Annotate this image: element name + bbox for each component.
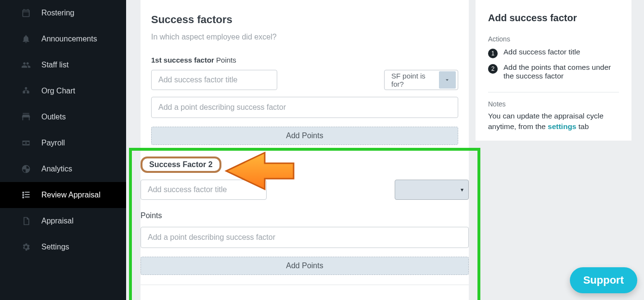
sidebar-item-label: Staff list: [41, 61, 69, 69]
divider: [141, 285, 469, 285]
sidebar-item-review-appraisal[interactable]: Review Appraisal: [0, 182, 126, 208]
sf2-badge: Success Factor 2: [141, 157, 221, 173]
help-title: Add success factor: [488, 13, 619, 24]
sf1-title-input[interactable]: [151, 70, 277, 90]
store-icon: [19, 112, 33, 122]
sidebar-item-settings[interactable]: Settings: [0, 234, 126, 260]
action-text: Add the points that comes under the succ…: [503, 63, 619, 80]
review-icon: [19, 190, 33, 200]
sf2-highlight-box: Success Factor 2 Points Add Points Add S…: [129, 148, 480, 300]
sf2-dropdown[interactable]: [395, 180, 469, 200]
sidebar-item-label: Analytics: [41, 165, 72, 173]
actions-label: Actions: [488, 35, 619, 43]
sidebar-item-rostering[interactable]: Rostering: [0, 0, 126, 26]
doc-icon: [19, 216, 33, 226]
sidebar: Rostering Announcements Staff list Org C…: [0, 0, 126, 300]
sidebar-item-label: Review Appraisal: [41, 191, 101, 199]
step-1-badge: 1: [488, 49, 498, 58]
help-panel: Add success factor Actions 1 Add success…: [476, 0, 631, 141]
calendar-icon: [19, 8, 33, 18]
sf1-label: 1st success factor Points: [151, 56, 458, 64]
step-2-badge: 2: [488, 64, 498, 74]
bell-icon: [19, 34, 33, 44]
hierarchy-icon: [19, 86, 33, 96]
divider: [488, 92, 619, 92]
sidebar-item-outlets[interactable]: Outlets: [0, 104, 126, 130]
sf2-add-points-button[interactable]: Add Points: [141, 257, 469, 275]
section-subtitle: In which aspect employee did excel?: [151, 33, 458, 41]
sf2-points-label: Points: [141, 211, 469, 220]
dropdown-label: SF point is for?: [391, 72, 439, 88]
sf1-point-input[interactable]: [151, 97, 458, 118]
sidebar-item-label: Org Chart: [41, 87, 75, 95]
support-button[interactable]: Support: [570, 267, 637, 293]
action-row-2: 2 Add the points that comes under the su…: [488, 63, 619, 80]
notes-body: You can update the appraisal cycle anyti…: [488, 111, 619, 132]
sidebar-item-org-chart[interactable]: Org Chart: [0, 78, 126, 104]
sidebar-item-label: Outlets: [41, 113, 66, 121]
action-text: Add success factor title: [503, 48, 580, 56]
sidebar-item-staff-list[interactable]: Staff list: [0, 52, 126, 78]
sf2-title-input[interactable]: [141, 180, 267, 200]
sf1-point-for-dropdown[interactable]: SF point is for?: [384, 70, 458, 90]
chevron-down-icon: [439, 71, 456, 89]
people-icon: [19, 60, 33, 70]
sidebar-item-analytics[interactable]: Analytics: [0, 156, 126, 182]
gear-icon: [19, 242, 33, 252]
sidebar-item-label: Announcements: [41, 35, 97, 43]
action-row-1: 1 Add success factor title: [488, 48, 619, 58]
notes-label: Notes: [488, 100, 619, 108]
sidebar-item-appraisal[interactable]: Appraisal: [0, 208, 126, 234]
sf1-add-points-button[interactable]: Add Points: [151, 127, 458, 145]
sidebar-item-label: Rostering: [41, 9, 74, 17]
main-panel: Success factors In which aspect employee…: [141, 0, 469, 300]
analytics-icon: [19, 164, 33, 174]
sidebar-item-label: Appraisal: [41, 217, 74, 225]
sidebar-item-label: Settings: [41, 243, 69, 251]
sidebar-item-announcements[interactable]: Announcements: [0, 26, 126, 52]
money-icon: [19, 138, 33, 148]
sidebar-item-payroll[interactable]: Payroll: [0, 130, 126, 156]
section-title: Success factors: [151, 13, 458, 26]
sidebar-item-label: Payroll: [41, 139, 65, 147]
settings-link[interactable]: settings: [548, 122, 576, 130]
sf2-point-input[interactable]: [141, 227, 469, 248]
